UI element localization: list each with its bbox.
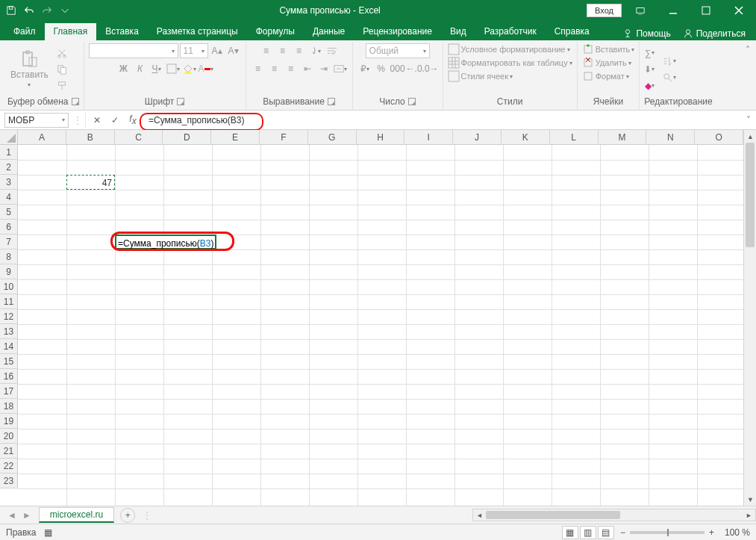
save-icon[interactable] (3, 2, 19, 19)
row-header[interactable]: 10 (0, 279, 18, 294)
italic-icon[interactable]: К (133, 61, 148, 76)
share-button[interactable]: Поделиться (678, 27, 750, 40)
new-sheet-icon[interactable]: + (120, 508, 135, 523)
horizontal-scrollbar[interactable]: ◄ ► (472, 509, 756, 521)
paste-button[interactable]: Вставить▾ (7, 49, 51, 90)
sheet-nav-prev-icon[interactable]: ◄ (4, 510, 19, 521)
tab-вставка[interactable]: Вставка (96, 23, 148, 40)
tell-me-button[interactable]: Помощь (618, 27, 675, 40)
shrink-font-icon[interactable]: A▾ (226, 43, 241, 58)
zoom-slider[interactable] (630, 531, 705, 534)
row-header[interactable]: 18 (0, 399, 18, 414)
fill-color-icon[interactable]: ▾ (182, 61, 197, 76)
row-header[interactable]: 7 (0, 235, 18, 249)
zoom-level[interactable]: 100 % (719, 527, 750, 538)
scroll-up-icon[interactable]: ▲ (744, 130, 756, 143)
active-cell-editor[interactable]: =Сумма_прописью(B3) (115, 235, 216, 249)
wrap-text-icon[interactable] (325, 43, 340, 58)
font-color-icon[interactable]: A▾ (199, 61, 213, 76)
row-header[interactable]: 20 (0, 429, 18, 444)
sheet-tab[interactable]: microexcel.ru (39, 507, 114, 523)
format-table-button[interactable]: Форматировать как таблицу▾ (448, 57, 572, 69)
tab-рецензирование[interactable]: Рецензирование (354, 23, 441, 40)
undo-icon[interactable] (21, 2, 37, 19)
row-header[interactable]: 9 (0, 264, 18, 279)
col-header[interactable]: K (502, 130, 550, 145)
qat-customize-icon[interactable] (57, 2, 73, 19)
expand-formula-bar-icon[interactable]: ˅ (741, 115, 756, 125)
inc-decimal-icon[interactable]: ←.0 (407, 61, 422, 76)
row-header[interactable]: 5 (0, 205, 18, 220)
font-size-combo[interactable]: 11▾ (180, 43, 208, 58)
find-icon[interactable]: ▾ (662, 70, 677, 85)
insert-cells-button[interactable]: Вставить▾ (582, 43, 635, 55)
accounting-icon[interactable]: ₽▾ (357, 61, 372, 76)
fill-icon[interactable]: ⬇▾ (644, 62, 655, 77)
cell-b3[interactable]: 47 (66, 175, 115, 190)
select-all-corner[interactable] (0, 130, 18, 145)
col-header[interactable]: N (646, 130, 695, 145)
align-dialog-icon[interactable] (328, 98, 335, 105)
view-normal-icon[interactable]: ▦ (562, 526, 578, 539)
indent-inc-icon[interactable]: ⇥ (316, 61, 331, 76)
copy-icon[interactable] (54, 62, 69, 77)
view-pagebreak-icon[interactable]: ▤ (598, 526, 614, 539)
number-format-combo[interactable]: Общий▾ (366, 43, 430, 58)
row-header[interactable]: 4 (0, 190, 18, 205)
col-header[interactable]: L (550, 130, 599, 145)
row-header[interactable]: 12 (0, 309, 18, 324)
fx-icon[interactable]: fx (125, 113, 141, 128)
cell-styles-button[interactable]: Стили ячеек▾ (448, 70, 513, 82)
tab-вид[interactable]: Вид (441, 23, 475, 40)
orientation-icon[interactable]: ⤸▾ (308, 43, 323, 58)
tab-справка[interactable]: Справка (546, 23, 599, 40)
row-header[interactable]: 22 (0, 459, 18, 474)
underline-icon[interactable]: Ч▾ (149, 61, 164, 76)
close-icon[interactable] (725, 0, 753, 21)
col-header[interactable]: B (66, 130, 115, 145)
format-painter-icon[interactable] (54, 78, 69, 93)
align-bottom-icon[interactable]: ≡ (292, 43, 307, 58)
minimize-icon[interactable] (659, 0, 687, 21)
view-layout-icon[interactable]: ▥ (580, 526, 596, 539)
ribbon-options-icon[interactable] (626, 0, 655, 21)
col-header[interactable]: H (357, 130, 405, 145)
grow-font-icon[interactable]: A▴ (210, 43, 225, 58)
sheet-nav-next-icon[interactable]: ► (19, 510, 34, 521)
indent-dec-icon[interactable]: ⇤ (300, 61, 315, 76)
align-middle-icon[interactable]: ≡ (275, 43, 290, 58)
col-header[interactable]: I (404, 130, 453, 145)
collapse-ribbon-icon[interactable]: ˄ (743, 42, 753, 110)
scroll-left-icon[interactable]: ◄ (473, 509, 486, 521)
font-name-combo[interactable]: ▾ (89, 43, 178, 58)
cancel-formula-icon[interactable]: ✕ (89, 113, 105, 128)
row-header[interactable]: 17 (0, 384, 18, 399)
formula-input[interactable]: =Сумма_прописью(B3) (144, 114, 741, 125)
col-header[interactable]: G (308, 130, 357, 145)
bold-icon[interactable]: Ж (116, 61, 131, 76)
row-header[interactable]: 19 (0, 414, 18, 429)
col-header[interactable]: M (599, 130, 647, 145)
col-header[interactable]: J (453, 130, 502, 145)
sort-filter-icon[interactable]: ▾ (662, 54, 677, 69)
scroll-down-icon[interactable]: ▼ (744, 493, 756, 506)
delete-cells-button[interactable]: Удалить▾ (582, 57, 631, 69)
redo-icon[interactable] (39, 2, 55, 19)
tab-файл[interactable]: Файл (4, 23, 45, 40)
col-header[interactable]: D (163, 130, 211, 145)
row-header[interactable]: 23 (0, 474, 18, 488)
percent-icon[interactable]: % (374, 61, 389, 76)
maximize-icon[interactable] (692, 0, 720, 21)
row-header[interactable]: 11 (0, 294, 18, 309)
col-header[interactable]: F (260, 130, 308, 145)
login-button[interactable]: Вход (587, 4, 622, 17)
col-header[interactable]: E (211, 130, 260, 145)
macro-record-icon[interactable]: ▦ (44, 527, 52, 538)
align-left-icon[interactable]: ≡ (251, 61, 266, 76)
align-right-icon[interactable]: ≡ (284, 61, 299, 76)
col-header[interactable]: C (115, 130, 163, 145)
zoom-in-icon[interactable]: + (709, 527, 714, 538)
dec-decimal-icon[interactable]: .0→ (423, 61, 438, 76)
tab-разработчик[interactable]: Разработчик (475, 23, 546, 40)
cond-format-button[interactable]: Условное форматирование▾ (448, 43, 570, 55)
